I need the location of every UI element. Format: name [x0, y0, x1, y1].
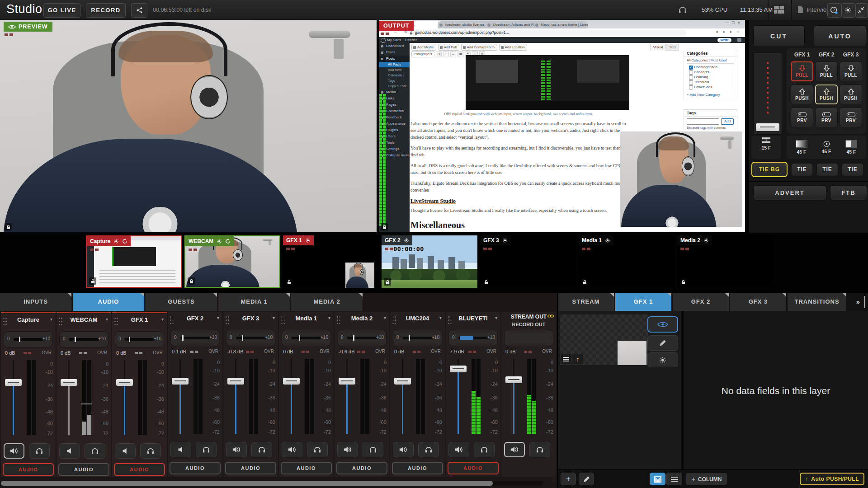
- gain-handle[interactable]: [129, 337, 130, 342]
- rotate-icon[interactable]: [225, 239, 231, 244]
- prv-button-gfx-1[interactable]: PRV: [791, 108, 813, 127]
- pull-button-gfx-2[interactable]: PULL: [815, 61, 838, 81]
- layer-edit-button[interactable]: [647, 335, 678, 351]
- chevron-down-icon[interactable]: ▾: [50, 317, 52, 322]
- speaker-button[interactable]: [282, 442, 302, 457]
- layers-tab-gfx-3[interactable]: GFX 3: [730, 293, 786, 311]
- speaker-button[interactable]: [4, 443, 24, 459]
- settings-button[interactable]: [841, 3, 855, 18]
- audio-follow-button[interactable]: AUDIO: [281, 462, 332, 474]
- fader-handle[interactable]: [505, 376, 522, 383]
- gear-icon[interactable]: [113, 239, 119, 244]
- headphones-icon[interactable]: [678, 6, 687, 14]
- speaker-button[interactable]: [448, 442, 469, 457]
- advert-button[interactable]: ADVERT: [753, 185, 826, 201]
- rotate-icon[interactable]: [122, 239, 127, 244]
- gear-icon[interactable]: [217, 239, 222, 244]
- tie-gfx2-button[interactable]: TIE: [816, 163, 838, 176]
- bg-transition-cell[interactable]: 15 F: [755, 137, 778, 150]
- speaker-button[interactable]: [59, 443, 80, 459]
- record-button[interactable]: RECORD: [86, 3, 126, 18]
- stream-share-button[interactable]: [131, 3, 147, 18]
- gain-slider[interactable]: 0+10: [393, 330, 442, 346]
- speaker-button[interactable]: [504, 442, 525, 457]
- source-lock-icon[interactable]: [384, 278, 391, 286]
- chevron-down-icon[interactable]: ▾: [328, 315, 330, 320]
- mixer-tab-media-2[interactable]: MEDIA 2: [291, 293, 363, 311]
- source-lock-icon[interactable]: [482, 278, 490, 286]
- transition-play-button[interactable]: 45 F: [815, 136, 838, 159]
- source-tile-gfx-2[interactable]: GFX 200:00:00: [382, 235, 477, 288]
- speaker-button[interactable]: [170, 442, 191, 457]
- fader-handle[interactable]: [283, 378, 300, 385]
- output-lock-icon[interactable]: [381, 223, 388, 230]
- layers-tab-stream[interactable]: STREAM: [558, 293, 614, 311]
- ftb-button[interactable]: FTB: [830, 185, 867, 201]
- audio-follow-button[interactable]: AUDIO: [170, 462, 221, 474]
- transition-gradient-button[interactable]: 45 F: [790, 136, 813, 159]
- transition-t-bar[interactable]: [753, 52, 782, 135]
- fader-handle[interactable]: [339, 378, 355, 385]
- speaker-button[interactable]: [115, 443, 136, 459]
- source-tile-gfx-3[interactable]: GFX 3: [480, 235, 576, 288]
- gear-icon[interactable]: [605, 238, 610, 243]
- headphone-button[interactable]: [529, 442, 550, 457]
- pull-button-gfx-3[interactable]: PULL: [840, 61, 862, 81]
- gear-icon[interactable]: [305, 238, 311, 243]
- source-tile-capture[interactable]: Capture: [86, 235, 182, 288]
- fader-handle[interactable]: [227, 378, 244, 385]
- gain-handle[interactable]: [353, 335, 354, 341]
- preview-lock-icon[interactable]: [5, 223, 12, 230]
- source-tile-webcam[interactable]: WEBCAM: [184, 235, 280, 288]
- audio-follow-button[interactable]: AUDIO: [58, 463, 109, 476]
- source-tile-media-1[interactable]: Media 1: [579, 235, 675, 288]
- headphone-button[interactable]: [307, 442, 328, 457]
- gear-icon[interactable]: [703, 238, 709, 243]
- source-tile-media-2[interactable]: Media 2: [677, 235, 773, 288]
- auto-push-pull-button[interactable]: ↑Auto PUSH/PULL: [800, 473, 864, 485]
- mixer-horizontal-scrollbar[interactable]: [1, 481, 543, 486]
- gain-slider[interactable]: 0+10: [4, 331, 53, 347]
- fader-handle[interactable]: [5, 379, 22, 386]
- headphone-button[interactable]: [418, 442, 439, 457]
- speaker-button[interactable]: [337, 442, 358, 457]
- grid-view-toggle[interactable]: [650, 473, 665, 485]
- mixer-tab-guests[interactable]: GUESTS: [146, 293, 217, 311]
- gain-slider[interactable]: 0+10: [282, 330, 331, 346]
- gain-slider[interactable]: 0+10: [337, 330, 387, 346]
- fader-handle[interactable]: [450, 366, 467, 372]
- help-button[interactable]: ?: [827, 3, 841, 18]
- push-button-gfx-3[interactable]: PUSH: [840, 84, 862, 104]
- layer-thumbnail[interactable]: ↑: [560, 314, 648, 365]
- fader-handle[interactable]: [61, 379, 77, 386]
- mixer-tab-inputs[interactable]: INPUTS: [0, 293, 71, 311]
- gain-handle[interactable]: [19, 337, 20, 342]
- t-bar-handle[interactable]: [756, 123, 779, 131]
- chevron-down-icon[interactable]: ▾: [106, 317, 108, 322]
- layers-tab-transitions[interactable]: TRANSITIONS: [788, 293, 846, 311]
- pull-button-gfx-1[interactable]: PULL: [791, 61, 813, 81]
- gain-slider[interactable]: 0+10: [115, 331, 164, 347]
- source-lock-icon[interactable]: [581, 278, 588, 286]
- push-button-gfx-2[interactable]: PUSH: [815, 84, 838, 104]
- layer-settings-button[interactable]: [647, 352, 678, 367]
- audio-follow-button[interactable]: AUDIO: [225, 462, 276, 474]
- source-lock-icon[interactable]: [89, 277, 96, 285]
- chevron-down-icon[interactable]: ▾: [384, 315, 386, 320]
- gain-slider[interactable]: 0+10: [170, 330, 220, 346]
- audio-follow-button[interactable]: AUDIO: [448, 462, 499, 474]
- gain-handle[interactable]: [409, 335, 410, 341]
- fader-handle[interactable]: [116, 379, 133, 386]
- speaker-button[interactable]: [226, 442, 247, 457]
- gear-icon[interactable]: [502, 238, 508, 243]
- add-column-button[interactable]: +COLUMN: [685, 473, 727, 485]
- audio-follow-button[interactable]: AUDIO: [114, 463, 165, 476]
- gain-slider[interactable]: [504, 330, 553, 346]
- collapse-window-button[interactable]: [855, 3, 868, 18]
- add-layer-button[interactable]: +: [561, 473, 576, 485]
- chevron-down-icon[interactable]: ▾: [495, 315, 497, 320]
- chevron-down-icon[interactable]: ▾: [217, 315, 219, 320]
- headphone-button[interactable]: [29, 443, 50, 459]
- scrollbar-thumb[interactable]: [1, 481, 493, 486]
- edit-layers-button[interactable]: [579, 473, 594, 485]
